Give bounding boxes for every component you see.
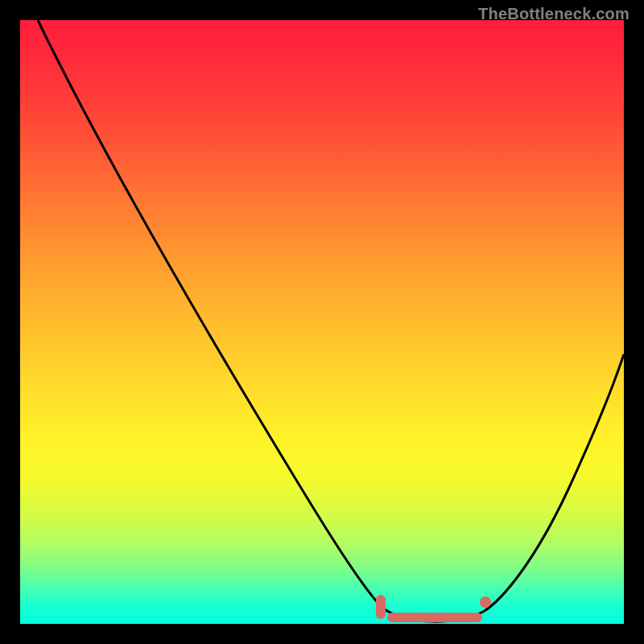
optimal-range-start-marker <box>376 595 386 619</box>
optimal-point-marker <box>480 597 491 608</box>
bottleneck-curve <box>20 20 624 624</box>
optimal-range-bar <box>387 613 482 622</box>
bottleneck-chart <box>20 20 624 624</box>
